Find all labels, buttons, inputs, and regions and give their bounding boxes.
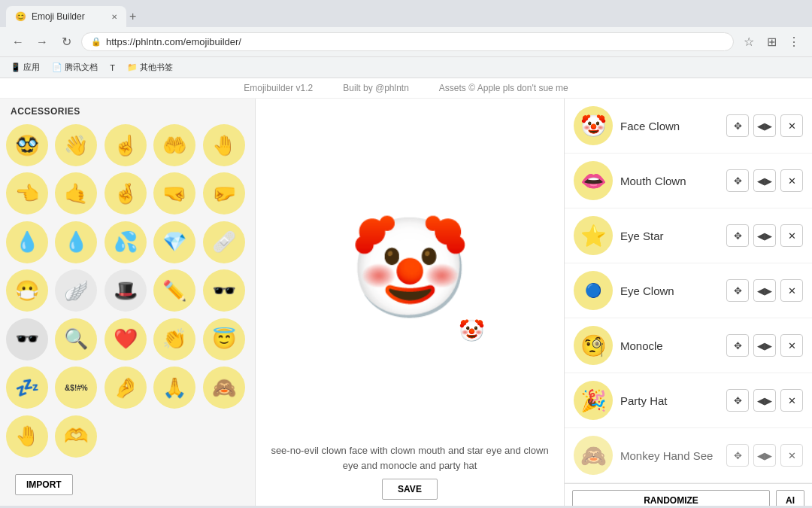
layer-eye-clown-name: Eye Clown (620, 284, 719, 297)
bookmark-bar: 📱 应用 📄 腾讯文档 T 📁 其他书签 (0, 57, 812, 78)
accessory-droplet2[interactable]: 💧 (55, 221, 97, 263)
randomize-button[interactable]: RANDOMIZE (572, 490, 770, 506)
layer-monkey-hand-see-preview: 🙈 (574, 436, 613, 475)
app-version: Emojibuilder v1.2 (244, 83, 313, 93)
new-tab-button[interactable]: + (129, 10, 136, 23)
accessory-mask[interactable]: 😷 (6, 269, 48, 312)
accessory-pray[interactable]: 🙏 (153, 367, 195, 409)
extensions-button[interactable]: ⊞ (762, 33, 780, 51)
accessory-disguise[interactable]: 🥸 (6, 124, 48, 166)
nav-actions: ☆ ⊞ ⋮ (740, 33, 803, 51)
layer-mouth-clown-preview: 👄 (574, 161, 613, 200)
app-body: ACCESSORIES 🥸 👋 ☝️ 🤲 🤚 👈 🤙 🤞 🤜 🤛 💧 💧 💦 💎… (0, 99, 812, 506)
app-header: Emojibuilder v1.2 Built by @phlntn Asset… (0, 78, 812, 99)
save-button[interactable]: SAVE (382, 479, 438, 500)
back-button[interactable]: ← (9, 33, 27, 51)
layer-mouth-clown-arrows[interactable]: ◀▶ (753, 169, 776, 192)
browser-chrome: 😊 Emoji Builder ✕ + ← → ↻ 🔒 https://phln… (0, 0, 812, 78)
app-built-by: Built by @phlntn (343, 83, 409, 93)
accessory-raised-hand[interactable]: 🤚 (203, 124, 245, 166)
layer-eye-star-close[interactable]: ✕ (780, 224, 803, 247)
refresh-button[interactable]: ↻ (57, 33, 75, 51)
accessory-wing[interactable]: 🪽 (55, 269, 97, 312)
layer-eye-star-arrows[interactable]: ◀▶ (753, 224, 776, 247)
left-panel: ACCESSORIES 🥸 👋 ☝️ 🤲 🤚 👈 🤙 🤞 🤜 🤛 💧 💧 💦 💎… (0, 99, 256, 506)
layer-monkey-hand-see-move[interactable]: ✥ (726, 444, 749, 467)
layer-monkey-hand-see-close[interactable]: ✕ (780, 444, 803, 467)
layer-monocle-close[interactable]: ✕ (780, 334, 803, 357)
accessories-header: ACCESSORIES (0, 99, 255, 121)
emoji-description: see-no-evil clown face with clown mouth … (256, 437, 564, 479)
layer-monocle-move[interactable]: ✥ (726, 334, 749, 357)
layer-eye-star-name: Eye Star (620, 230, 719, 242)
layer-party-hat-move[interactable]: ✥ (726, 389, 749, 412)
active-tab[interactable]: 😊 Emoji Builder ✕ (6, 6, 126, 27)
accessory-left-fist[interactable]: 🤛 (203, 172, 245, 214)
lock-icon: 🔒 (91, 37, 102, 47)
tab-close-button[interactable]: ✕ (111, 13, 117, 21)
layer-mouth-clown-move[interactable]: ✥ (726, 169, 749, 192)
bookmark-button[interactable]: ☆ (740, 33, 758, 51)
accessory-dark-sunglasses[interactable]: 🕶️ (6, 318, 48, 360)
accessory-sunglasses[interactable]: 🕶️ (203, 269, 245, 312)
layer-party-hat-close[interactable]: ✕ (780, 389, 803, 412)
layer-face-clown-arrows[interactable]: ◀▶ (753, 114, 776, 137)
layer-party-hat-name: Party Hat (620, 394, 719, 407)
layer-eye-star: ⭐ Eye Star ✥ ◀▶ ✕ (565, 208, 812, 263)
layer-eye-clown-close[interactable]: ✕ (780, 279, 803, 302)
layer-monkey-hand-see-arrows[interactable]: ◀▶ (753, 444, 776, 467)
accessory-sweat[interactable]: 💦 (105, 221, 147, 263)
accessory-hands-open[interactable]: 🤲 (153, 124, 195, 166)
layer-eye-clown-move[interactable]: ✥ (726, 279, 749, 302)
layer-mouth-clown: 👄 Mouth Clown ✥ ◀▶ ✕ (565, 154, 812, 208)
layer-eye-clown-arrows[interactable]: ◀▶ (753, 279, 776, 302)
right-panel: 🤡 Face Clown ✥ ◀▶ ✕ 👄 Mouth Clown ✥ ◀▶ ✕… (564, 99, 812, 506)
bookmark-t[interactable]: T (105, 62, 120, 74)
tab-title: Emoji Builder (32, 11, 105, 22)
layer-mouth-clown-close[interactable]: ✕ (780, 169, 803, 192)
address-bar[interactable]: 🔒 https://phlntn.com/emojibuilder/ (81, 32, 734, 51)
menu-button[interactable]: ⋮ (785, 33, 803, 51)
import-button[interactable]: IMPORT (15, 474, 73, 495)
accessory-right-fist[interactable]: 🤜 (153, 172, 195, 214)
accessory-droplet[interactable]: 💧 (6, 221, 48, 263)
accessory-hat[interactable]: 🎩 (105, 269, 147, 312)
layer-face-clown-move[interactable]: ✥ (726, 114, 749, 137)
accessory-point-up[interactable]: ☝️ (105, 124, 147, 166)
layer-mouth-clown-controls: ✥ ◀▶ ✕ (726, 169, 803, 192)
accessory-pinch[interactable]: 🤌 (105, 367, 147, 409)
layer-party-hat-preview: 🎉 (574, 381, 613, 420)
bookmark-apps[interactable]: 📱 应用 (6, 60, 44, 75)
accessory-heart[interactable]: ❤️ (105, 318, 147, 360)
accessory-pencil[interactable]: ✏️ (153, 269, 195, 312)
layer-monocle-controls: ✥ ◀▶ ✕ (726, 334, 803, 357)
accessory-call-me[interactable]: 🤙 (55, 172, 97, 214)
accessory-halo[interactable]: 😇 (203, 318, 245, 360)
layer-eye-clown-preview: 🔵 (574, 271, 613, 310)
accessory-monkey-see[interactable]: 🙈 (203, 367, 245, 409)
accessory-zzz[interactable]: 💤 (6, 367, 48, 409)
layer-party-hat-arrows[interactable]: ◀▶ (753, 389, 776, 412)
ai-button[interactable]: AI (776, 490, 804, 506)
address-text: https://phlntn.com/emojibuilder/ (106, 36, 241, 47)
accessory-heart-hands[interactable]: 🫶 (55, 415, 97, 458)
layer-face-clown-close[interactable]: ✕ (780, 114, 803, 137)
layer-eye-star-move[interactable]: ✥ (726, 224, 749, 247)
accessory-bandage[interactable]: 🩹 (203, 221, 245, 263)
layer-monkey-hand-see: 🙈 Monkey Hand See ✥ ◀▶ ✕ (565, 428, 812, 483)
accessory-point-left[interactable]: 👈 (6, 172, 48, 214)
layer-monkey-hand-see-controls: ✥ ◀▶ ✕ (726, 444, 803, 467)
accessory-hand2[interactable]: 🤚 (6, 415, 48, 458)
layer-monocle-arrows[interactable]: ◀▶ (753, 334, 776, 357)
accessory-clap[interactable]: 👏 (153, 318, 195, 360)
bookmark-tencent[interactable]: 📄 腾讯文档 (47, 60, 102, 75)
accessory-symbols[interactable]: &$!#% (55, 367, 97, 409)
accessory-wave[interactable]: 👋 (55, 124, 97, 166)
forward-button[interactable]: → (33, 33, 51, 51)
accessory-magnifier[interactable]: 🔍 (55, 318, 97, 360)
layer-party-hat: 🎉 Party Hat ✥ ◀▶ ✕ (565, 373, 812, 428)
bookmark-other[interactable]: 📁 其他书签 (123, 60, 177, 75)
main-emoji-preview: 🤡 (349, 219, 471, 317)
accessory-gem[interactable]: 💎 (153, 221, 195, 263)
accessory-crossed-fingers[interactable]: 🤞 (105, 172, 147, 214)
